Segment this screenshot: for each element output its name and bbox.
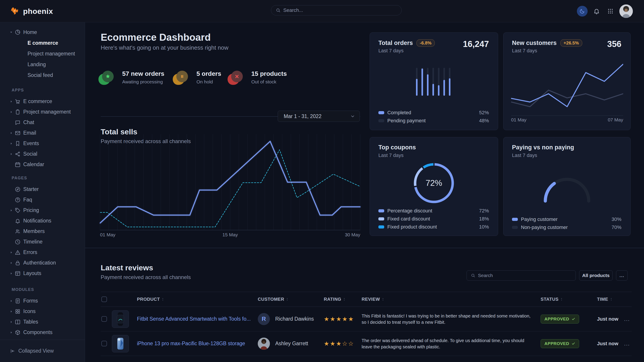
date-range-select[interactable]: Mar 1 - 31, 2022 [278,111,360,122]
column-header-review[interactable]: REVIEW [362,297,540,302]
sort-icon [381,298,385,301]
legend-row: Non-paying customer70% [512,225,622,230]
collapsed-view-toggle[interactable]: Collapsed View [0,340,85,362]
sidebar-item-faq[interactable]: Faq [0,195,85,205]
cart-icon [15,99,20,104]
caret-right-icon [10,131,13,135]
reviews-search-input[interactable] [478,273,572,278]
sidebar-subitem-social-feed[interactable]: Social feed [0,70,85,80]
caret-right-icon [10,100,13,103]
search-input[interactable] [283,7,397,13]
sort-icon [610,298,613,301]
product-link[interactable]: iPhone 13 pro max-Pacific Blue-128GB sto… [137,341,245,346]
card-title: New customers [512,39,557,46]
calendar-icon [15,162,20,167]
sidebar-item-chat[interactable]: Chat [0,117,85,128]
navbar-actions [577,0,633,22]
sidebar-item-authentication[interactable]: Authentication [0,258,85,268]
top-coupons-legend: Percentage discount72%Fixed card discoun… [378,208,489,230]
review-row[interactable]: Fitbit Sense Advanced Smartwatch with To… [101,307,632,331]
sidebar-item-email[interactable]: Email [0,128,85,138]
legend-row: Percentage discount72% [378,208,489,214]
stat-value: 15 products [251,70,287,77]
reviews-more-button[interactable]: ... [616,270,628,281]
sidebar-item-e-commerce[interactable]: E commerce [0,96,85,107]
legend-swatch [378,209,384,212]
sidebar-item-social[interactable]: Social [0,149,85,159]
review-row[interactable]: iPhone 13 pro max-Pacific Blue-128GB sto… [101,331,632,356]
sidebar-subitem-landing[interactable]: Landing [0,59,85,70]
all-products-button[interactable]: All products [579,270,613,281]
product-thumbnail[interactable] [112,310,129,328]
legend-label: Pending payment [387,118,476,124]
sidebar-item-pricing[interactable]: Pricing [0,205,85,216]
apps-grid-button[interactable] [606,6,615,16]
new-orders-icon [98,67,116,88]
brand[interactable]: phoenix [10,0,53,22]
page-title: Ecommerce Dashboard [101,32,211,43]
trend-badge: -6.8% [416,39,435,47]
column-header-rating[interactable]: RATING [324,297,362,302]
sidebar-item-notifications[interactable]: Notifications [0,216,85,226]
legend-value: 72% [479,208,489,214]
notifications-button[interactable] [592,6,602,16]
sidebar-item-events[interactable]: Events [0,138,85,149]
sidebar-item-calendar[interactable]: Calendar [0,159,85,170]
legend-row: Pending payment48% [378,118,489,124]
row-checkbox[interactable] [101,316,107,322]
sidebar-item-errors[interactable]: Errors [0,247,85,258]
row-actions-button[interactable]: ... [620,316,632,322]
sidebar-item-label: Social [23,151,37,157]
global-search[interactable] [271,5,402,15]
card-period: Last 7 days [512,152,537,158]
cube-icon [15,330,20,335]
x-tick: 01 May [511,117,526,122]
reviews-table-body: Fitbit Sense Advanced Smartwatch with To… [101,307,632,362]
user-avatar[interactable] [620,4,633,18]
row-checkbox[interactable] [101,341,107,346]
sidebar-item-label: Errors [23,249,37,255]
product-link[interactable]: Fitbit Sense Advanced Smartwatch with To… [137,316,250,322]
total-sells-chart [100,134,360,230]
sidebar-item-label: Forms [23,298,38,304]
sidebar-item-icons[interactable]: Icons [0,306,85,317]
new-customers-card: New customers +26.5% 356 Last 7 days 01 … [503,32,630,130]
sidebar-item-timeline[interactable]: Timeline [0,237,85,247]
sidebar-item-forms[interactable]: Forms [0,296,85,306]
column-header-customer[interactable]: CUSTOMER [258,297,324,302]
sidebar-item-layouts[interactable]: Layouts [0,268,85,279]
divider [85,248,644,248]
sidebar-item-label: Authentication [23,260,56,266]
top-navbar: phoenix [0,0,644,22]
sidebar-item-starter[interactable]: Starter [0,184,85,195]
lock-icon [15,260,20,266]
legend-value: 18% [479,216,489,222]
sidebar-item-components[interactable]: Components [0,327,85,338]
check-icon [572,317,575,321]
status-badge: APPROVED [540,339,579,348]
card-title: Paying vs non paying [512,144,574,151]
sidebar-item-label: Pricing [23,207,39,213]
paying-legend: Paying customer30%Non-paying customer70% [512,216,622,230]
product-thumbnail[interactable] [112,335,129,353]
column-header-product[interactable]: PRODUCT [137,297,258,302]
reviews-search[interactable] [466,270,576,281]
rating-stars: ★★★★★ [324,316,362,323]
column-header-time[interactable]: TIME [597,297,620,302]
row-actions-button[interactable]: ... [620,341,632,347]
total-orders-value: 16,247 [463,39,489,49]
sidebar-item-project-management[interactable]: Project management [0,107,85,117]
caret-down-icon [10,30,13,34]
review-time: Just now [597,316,620,322]
legend-value: 10% [479,224,489,230]
sidebar-item-members[interactable]: Members [0,226,85,237]
sidebar-item-home[interactable]: Home [0,27,85,37]
sidebar-subitem-project-management[interactable]: Project management [0,48,85,59]
sidebar-item-tables[interactable]: Tables [0,317,85,327]
select-all-checkbox[interactable] [101,297,107,302]
caret-right-icon [10,310,13,313]
stat-new-orders: 57 new orders Awating processing [98,67,164,88]
theme-toggle-button[interactable] [577,6,588,16]
column-header-status[interactable]: STATUS [540,297,597,302]
sidebar-subitem-e-commerce[interactable]: E commerce [0,37,85,48]
